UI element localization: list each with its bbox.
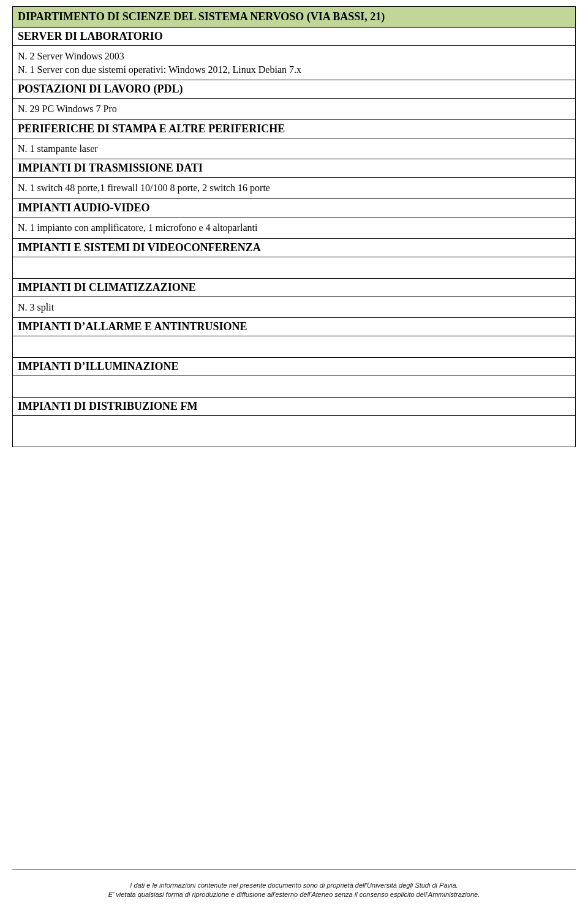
server-lab-line1: N. 2 Server Windows 2003 <box>18 50 570 63</box>
fm-header: IMPIANTI DI DISTRIBUZIONE FM <box>13 398 575 415</box>
footer-line2: E' vietata qualsiasi forma di riproduzio… <box>12 890 576 899</box>
periferiche-line1: N. 1 stampante laser <box>18 142 570 156</box>
section-header-row: IMPIANTI D’ILLUMINAZIONE <box>13 357 575 376</box>
document-page: DIPARTIMENTO DI SCIENZE DEL SISTEMA NERV… <box>0 0 588 914</box>
allarme-content <box>13 336 575 357</box>
videoconf-content <box>13 257 575 278</box>
clima-header: IMPIANTI DI CLIMATIZZAZIONE <box>13 279 575 296</box>
section-header-row: IMPIANTI DI TRASMISSIONE DATI <box>13 159 575 177</box>
section-header-row: PERIFERICHE DI STAMPA E ALTRE PERIFERICH… <box>13 119 575 138</box>
clima-content: N. 3 split <box>13 297 575 318</box>
section-content-row: N. 29 PC Windows 7 Pro <box>13 98 575 119</box>
allarme-header: IMPIANTI D’ALLARME E ANTINTRUSIONE <box>13 318 575 336</box>
section-content-row <box>13 257 575 278</box>
illuminazione-header: IMPIANTI D’ILLUMINAZIONE <box>13 358 575 376</box>
periferiche-header: PERIFERICHE DI STAMPA E ALTRE PERIFERICH… <box>13 120 575 138</box>
document-title: DIPARTIMENTO DI SCIENZE DEL SISTEMA NERV… <box>13 7 575 27</box>
section-header-row: IMPIANTI DI CLIMATIZZAZIONE <box>13 278 575 296</box>
section-content-row: N. 1 impianto con amplificatore, 1 micro… <box>13 217 575 238</box>
pdl-line1: N. 29 PC Windows 7 Pro <box>18 102 570 116</box>
trasmissione-line1: N. 1 switch 48 porte,1 firewall 10/100 8… <box>18 181 570 195</box>
footer-line1: I dati e le informazioni contenute nel p… <box>12 881 576 890</box>
server-lab-header: SERVER DI LABORATORIO <box>13 28 575 45</box>
section-header-row: IMPIANTI E SISTEMI DI VIDEOCONFERENZA <box>13 238 575 257</box>
section-content-row: N. 1 switch 48 porte,1 firewall 10/100 8… <box>13 177 575 198</box>
section-header-row: IMPIANTI DI DISTRIBUZIONE FM <box>13 397 575 415</box>
audiovideo-header: IMPIANTI AUDIO-VIDEO <box>13 199 575 217</box>
audiovideo-line1: N. 1 impianto con amplificatore, 1 micro… <box>18 221 570 235</box>
section-header-row: POSTAZIONI DI LAVORO (PDL) <box>13 80 575 98</box>
title-row: DIPARTIMENTO DI SCIENZE DEL SISTEMA NERV… <box>13 7 575 27</box>
section-content-row <box>13 336 575 357</box>
periferiche-content: N. 1 stampante laser <box>13 138 575 159</box>
server-lab-content: N. 2 Server Windows 2003 N. 1 Server con… <box>13 46 575 80</box>
section-content-row <box>13 415 575 447</box>
illuminazione-content <box>13 376 575 397</box>
section-content-row: N. 1 stampante laser <box>13 138 575 159</box>
footer-text: I dati e le informazioni contenute nel p… <box>12 881 576 899</box>
section-header-row: IMPIANTI AUDIO-VIDEO <box>13 198 575 217</box>
pdl-header: POSTAZIONI DI LAVORO (PDL) <box>13 80 575 98</box>
audiovideo-content: N. 1 impianto con amplificatore, 1 micro… <box>13 217 575 238</box>
videoconf-header: IMPIANTI E SISTEMI DI VIDEOCONFERENZA <box>13 239 575 257</box>
section-header-row: IMPIANTI D’ALLARME E ANTINTRUSIONE <box>13 317 575 336</box>
trasmissione-content: N. 1 switch 48 porte,1 firewall 10/100 8… <box>13 178 575 198</box>
pdl-content: N. 29 PC Windows 7 Pro <box>13 99 575 119</box>
section-header-row: SERVER DI LABORATORIO <box>13 27 575 45</box>
document-table: DIPARTIMENTO DI SCIENZE DEL SISTEMA NERV… <box>12 6 576 447</box>
section-content-row: N. 3 split <box>13 296 575 318</box>
fm-content <box>13 416 575 447</box>
section-content-row: N. 2 Server Windows 2003 N. 1 Server con… <box>13 45 575 80</box>
server-lab-line2: N. 1 Server con due sistemi operativi: W… <box>18 63 570 77</box>
clima-line1: N. 3 split <box>18 301 570 314</box>
footer-divider <box>12 869 576 870</box>
trasmissione-header: IMPIANTI DI TRASMISSIONE DATI <box>13 159 575 177</box>
section-content-row <box>13 376 575 397</box>
